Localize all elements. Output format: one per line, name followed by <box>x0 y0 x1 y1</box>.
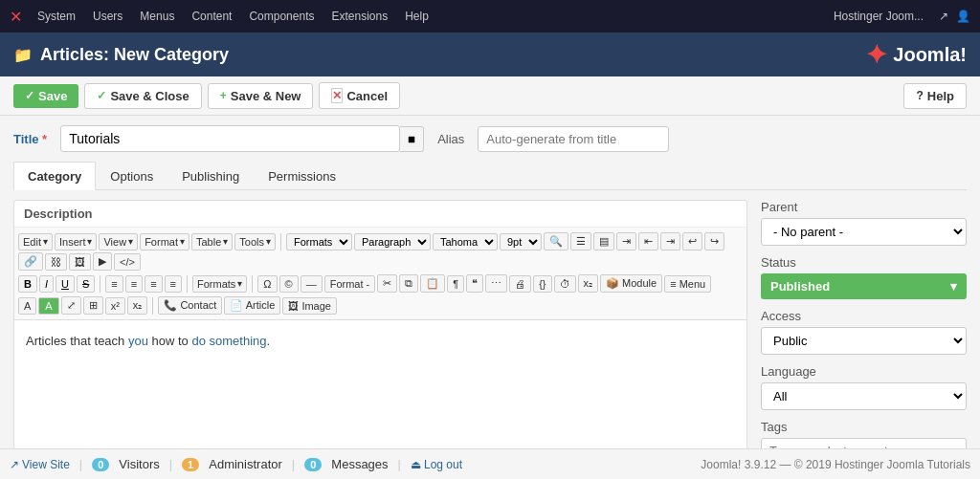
status-button[interactable]: Published ▾ <box>761 273 967 299</box>
tab-category[interactable]: Category <box>13 162 96 190</box>
redo-icon[interactable]: ↪ <box>704 232 724 250</box>
save-label: Save <box>38 89 67 103</box>
fullscreen-icon[interactable]: ⤢ <box>61 296 81 315</box>
superscript-icon[interactable]: x² <box>105 297 125 315</box>
hostinger-link[interactable]: Hostinger Joom... <box>826 6 931 27</box>
admin-badge: 1 <box>182 458 199 471</box>
tab-options[interactable]: Options <box>96 162 167 190</box>
save-close-label: Save & Close <box>110 89 189 103</box>
editor-label: Description <box>14 201 746 228</box>
font-color-icon[interactable]: A <box>18 297 36 315</box>
view-site-link[interactable]: ↗ View Site <box>10 458 70 471</box>
print-icon[interactable]: 🖨 <box>509 275 531 293</box>
undo-icon[interactable]: ↩ <box>682 232 702 250</box>
edit-menu[interactable]: Edit ▾ <box>18 233 53 250</box>
paste-icon[interactable]: 📋 <box>420 274 445 293</box>
visitors-label: Visitors <box>119 457 159 471</box>
align-center-icon[interactable]: ≡ <box>125 275 143 293</box>
hr-icon[interactable]: — <box>301 275 323 293</box>
unlink-icon[interactable]: ⛓ <box>45 253 67 271</box>
media-icon[interactable]: ▶ <box>93 252 112 271</box>
tools-menu[interactable]: Tools ▾ <box>234 233 276 250</box>
status-value: Published <box>770 279 830 294</box>
table-menu[interactable]: Table ▾ <box>191 233 233 250</box>
save-new-button[interactable]: + Save & New <box>208 83 314 109</box>
folder-icon: 📁 <box>13 46 33 64</box>
nav-system[interactable]: System <box>30 6 83 27</box>
align-left-icon[interactable]: ≡ <box>105 275 122 293</box>
image2-button[interactable]: 🖼 Image <box>282 297 337 315</box>
editor-toolbar-row3: A A ⤢ ⊞ x² x₂ 📞 Contact 📄 Article 🖼 Imag… <box>18 294 743 316</box>
copy-icon[interactable]: ⧉ <box>399 274 418 293</box>
indent2-icon[interactable]: ⇥ <box>660 232 680 250</box>
title-toggle-button[interactable]: ■ <box>400 126 424 152</box>
find-icon[interactable]: 🔍 <box>544 232 568 250</box>
contact-button[interactable]: 📞 Contact <box>158 296 222 315</box>
list-icon[interactable]: ☰ <box>570 232 591 250</box>
joomla-x-icon[interactable]: ✕ <box>10 8 22 26</box>
nav-components[interactable]: Components <box>241 6 322 27</box>
paragraph-select[interactable]: Paragraph <box>354 233 431 250</box>
nav-menus[interactable]: Menus <box>132 6 182 27</box>
user-icon[interactable]: 👤 <box>956 10 970 23</box>
source-icon[interactable]: {} <box>533 275 551 293</box>
logout-link[interactable]: ⏏ Log out <box>411 458 462 471</box>
subscript2-icon[interactable]: x₂ <box>127 296 148 315</box>
tags-label: Tags <box>761 420 967 434</box>
bg-color-icon[interactable]: A <box>38 297 58 315</box>
article-button[interactable]: 📄 Article <box>224 296 280 315</box>
access-select[interactable]: Public <box>761 327 967 355</box>
bold-button[interactable]: B <box>18 275 37 293</box>
nav-extensions[interactable]: Extensions <box>323 6 395 27</box>
italic-button[interactable]: I <box>39 275 54 293</box>
title-input[interactable] <box>60 125 400 152</box>
quote-icon[interactable]: ❝ <box>466 274 483 293</box>
align-menu-icon[interactable]: ▤ <box>593 232 614 250</box>
align-right-icon[interactable]: ≡ <box>145 275 162 293</box>
menu-button[interactable]: ≡ Menu <box>664 275 711 293</box>
content-area: Title * ■ Alias Category Options Publish… <box>0 116 980 479</box>
underline-button[interactable]: U <box>56 275 75 293</box>
subscript-icon[interactable]: x₂ <box>578 274 599 293</box>
formats-select[interactable]: Formats <box>286 233 352 250</box>
formats-dropdown[interactable]: Formats ▾ <box>192 275 247 293</box>
nav-content[interactable]: Content <box>184 6 239 27</box>
save-close-button[interactable]: ✓ Save & Close <box>84 83 201 109</box>
alias-input[interactable] <box>478 126 669 152</box>
title-label: Title * <box>13 132 47 146</box>
nav-users[interactable]: Users <box>85 6 130 27</box>
language-select[interactable]: All <box>761 382 967 410</box>
cancel-button[interactable]: ✕ Cancel <box>319 82 400 109</box>
insert-menu[interactable]: Insert ▾ <box>55 233 98 250</box>
nav-help[interactable]: Help <box>397 6 436 27</box>
editor-toolbar-row2: B I U S ≡ ≡ ≡ ≡ Formats ▾ Ω © — Format - <box>18 272 743 294</box>
timer-icon[interactable]: ⏱ <box>554 275 576 293</box>
tab-publishing[interactable]: Publishing <box>167 162 254 190</box>
indent-icon[interactable]: ⇥ <box>616 232 636 250</box>
strikethrough-button[interactable]: S <box>77 275 95 293</box>
status-chevron-icon: ▾ <box>950 279 957 294</box>
parent-select[interactable]: - No parent - <box>761 218 967 246</box>
size-select[interactable]: 9pt <box>500 233 542 250</box>
code-icon[interactable]: </> <box>114 253 141 271</box>
format-chevron-icon: ▾ <box>180 236 185 247</box>
table2-icon[interactable]: ⊞ <box>83 296 103 315</box>
view-menu[interactable]: View ▾ <box>99 233 138 250</box>
font-select[interactable]: Tahoma <box>433 233 498 250</box>
paragraph-mark-icon[interactable]: ¶ <box>447 275 464 293</box>
link-icon[interactable]: 🔗 <box>18 252 43 271</box>
justify-icon[interactable]: ≡ <box>165 275 182 293</box>
omega-icon[interactable]: Ω <box>257 275 277 293</box>
title-input-wrap: ■ <box>60 125 424 152</box>
cut-icon[interactable]: ✂ <box>377 274 397 293</box>
save-button[interactable]: ✓ Save <box>13 84 78 108</box>
special-char-icon[interactable]: © <box>279 275 299 293</box>
tab-permissions[interactable]: Permissions <box>254 162 350 190</box>
format-menu[interactable]: Format ▾ <box>140 233 189 250</box>
image-icon[interactable]: 🖼 <box>69 253 91 271</box>
more-icon[interactable]: ⋯ <box>485 274 507 293</box>
view-site-label: View Site <box>22 458 70 471</box>
help-button[interactable]: ? Help <box>903 83 967 109</box>
outdent-icon[interactable]: ⇤ <box>638 232 658 250</box>
module-button[interactable]: 📦 Module <box>600 274 662 293</box>
